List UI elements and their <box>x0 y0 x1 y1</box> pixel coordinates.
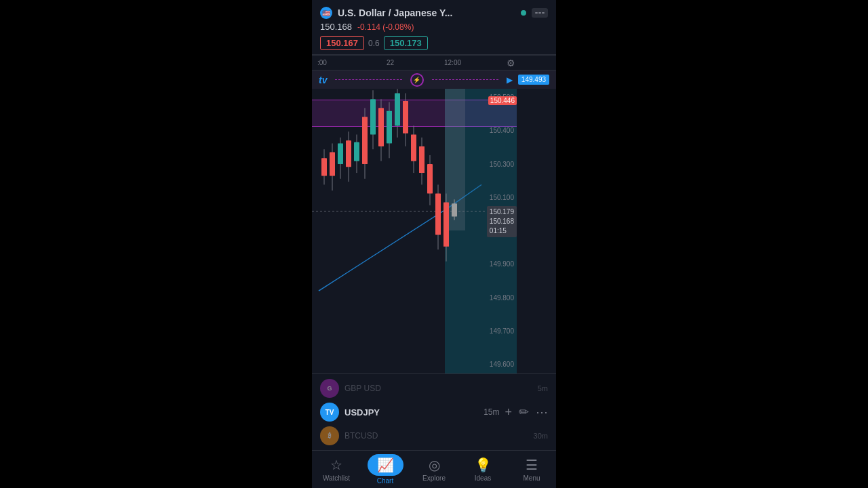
price-level-8: 149.800 <box>480 294 514 302</box>
dashed-line-2 <box>432 79 498 80</box>
crosshair-price: 150.179 <box>490 207 514 217</box>
nav-watchlist[interactable]: ☆ Watchlist <box>312 457 361 482</box>
crosshair-time: 01:15 <box>490 226 514 236</box>
usdjpy-tf: 15m <box>484 407 499 417</box>
watchlist-section: G GBP USD 5m TV USDJPY 15m + ✏ ⋯ ₿ BTCUS… <box>312 373 556 450</box>
btcusd-tf: 30m <box>534 432 548 440</box>
explore-icon: ◎ <box>429 457 440 473</box>
price-main: 150.168 <box>320 22 352 32</box>
nav-ideas[interactable]: 💡 Ideas <box>458 457 507 482</box>
explore-icon-bg: ◎ <box>429 457 440 473</box>
usdjpy-row[interactable]: TV USDJPY 15m + ✏ ⋯ <box>312 400 556 424</box>
svg-rect-32 <box>435 194 441 235</box>
bid-box[interactable]: 150.167 <box>320 36 364 50</box>
svg-line-0 <box>319 208 448 291</box>
time-label-1: 22 <box>387 59 394 66</box>
lightning-icon: ⚡ <box>410 73 424 87</box>
ideas-label: Ideas <box>475 474 491 482</box>
price-level-7: 149.900 <box>480 260 514 268</box>
crosshair-price-box: 150.179 150.168 01:15 <box>487 206 517 237</box>
target-price-tag: 149.493 <box>518 75 549 85</box>
draw-icon[interactable]: ✏ <box>519 405 529 420</box>
action-bar: + ✏ ⋯ <box>505 405 548 420</box>
spread: 0.6 <box>368 39 380 48</box>
more-options-icon[interactable]: ⋯ <box>536 405 548 420</box>
add-icon[interactable]: + <box>505 405 512 420</box>
watchlist-icon: ☆ <box>330 457 342 473</box>
svg-rect-6 <box>330 152 335 176</box>
bottom-nav: ☆ Watchlist 📈 Chart ◎ Explore 💡 Ideas <box>312 450 556 488</box>
price-change: -0.114 (-0.08%) <box>357 22 414 32</box>
menu-icon: ☰ <box>526 457 538 473</box>
svg-rect-4 <box>321 158 327 176</box>
svg-rect-30 <box>427 164 433 194</box>
time-axis: :00 22 12:00 ⚙ <box>312 55 556 70</box>
arrow-right-icon: ▶ <box>507 75 513 85</box>
gbpusd-symbol: GBP USD <box>344 384 532 393</box>
menu-label: Menu <box>523 474 540 482</box>
tv-logo: tv <box>319 75 327 85</box>
price-row: 150.168 -0.114 (-0.08%) <box>320 22 548 32</box>
svg-rect-8 <box>338 144 343 164</box>
svg-rect-10 <box>346 140 351 167</box>
ideas-icon: 💡 <box>475 457 492 473</box>
chart-header: 🇺🇸 U.S. Dollar / Japanese Y... 150.168 -… <box>312 0 556 55</box>
chart-icon-bg: 📈 <box>368 454 403 476</box>
menu-icon-bg: ☰ <box>526 457 538 473</box>
svg-rect-26 <box>411 135 416 161</box>
chart-label: Chart <box>377 477 393 485</box>
usdjpy-icon: TV <box>320 403 339 422</box>
price-level-10: 149.600 <box>480 361 514 368</box>
chart-settings-icon[interactable]: ⚙ <box>507 58 515 68</box>
price-level-2: 150.400 <box>480 127 514 134</box>
gbpusd-icon: G <box>320 379 339 398</box>
watchlist-icon-bg: ☆ <box>330 457 342 473</box>
candle-area: 150.600 150.500 150.400 150.300 150.100 … <box>312 55 517 373</box>
live-dot <box>521 10 526 16</box>
symbol-name: U.S. Dollar / Japanese Y... <box>338 7 515 18</box>
chart-area[interactable]: 150.600 150.500 150.400 150.300 150.100 … <box>312 55 556 373</box>
chart-icon: 📈 <box>377 457 394 473</box>
ask-box[interactable]: 150.173 <box>384 36 428 50</box>
explore-label: Explore <box>422 474 446 482</box>
btcusd-row[interactable]: ₿ BTCUSD 30m <box>312 424 556 447</box>
usdjpy-symbol: USDJPY <box>344 407 478 418</box>
crosshair-last: 150.168 <box>490 217 514 226</box>
svg-rect-28 <box>419 146 425 173</box>
resistance-price-indicator: 150.446 <box>488 96 517 105</box>
price-level-5: 150.100 <box>480 194 514 201</box>
tv-bar: tv ⚡ ▶ 149.493 <box>312 70 556 89</box>
price-level-3: 150.300 <box>480 161 514 168</box>
bid-ask-row: 150.167 0.6 150.173 <box>320 36 548 50</box>
time-label-2: 12:00 <box>444 59 461 66</box>
gbpusd-row[interactable]: G GBP USD 5m <box>312 377 556 400</box>
nav-menu[interactable]: ☰ Menu <box>507 457 556 482</box>
btcusd-symbol: BTCUSD <box>344 431 528 441</box>
price-level-9: 149.700 <box>480 327 514 335</box>
time-label-0: :00 <box>317 59 327 66</box>
watchlist-label: Watchlist <box>323 474 350 482</box>
svg-rect-12 <box>354 142 359 161</box>
btcusd-icon: ₿ <box>320 426 339 445</box>
ideas-icon-bg: 💡 <box>475 457 492 473</box>
dashed-line <box>335 79 401 80</box>
gbpusd-tf: 5m <box>538 384 548 392</box>
symbol-flag: 🇺🇸 <box>320 7 332 19</box>
nav-explore[interactable]: ◎ Explore <box>410 457 458 482</box>
nav-chart[interactable]: 📈 Chart <box>361 454 410 485</box>
symbol-row: 🇺🇸 U.S. Dollar / Japanese Y... <box>320 7 548 19</box>
more-icon[interactable] <box>532 8 548 18</box>
phone-container: 🇺🇸 U.S. Dollar / Japanese Y... 150.168 -… <box>312 0 556 488</box>
